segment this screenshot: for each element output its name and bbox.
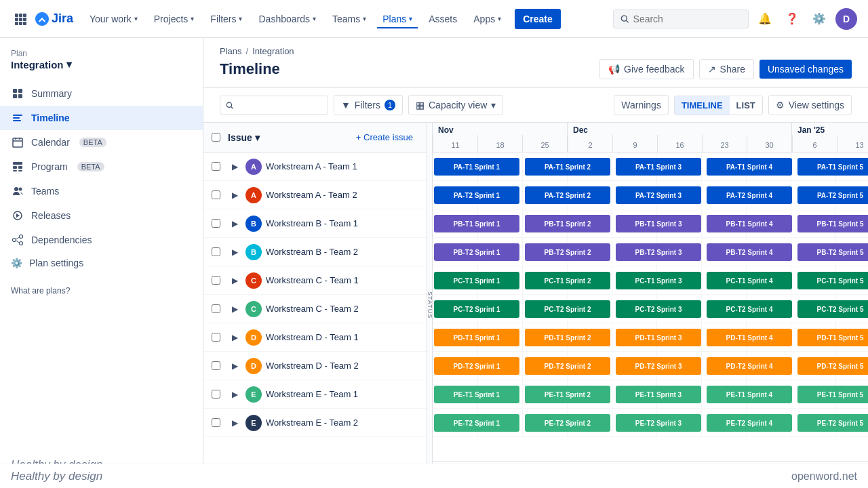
sprint-bar[interactable]: PA-T1 Sprint 1 xyxy=(434,158,519,176)
expand-icon[interactable]: ▶ xyxy=(228,247,241,257)
select-all-check[interactable] xyxy=(212,133,220,142)
topnav-apps[interactable]: Apps ▾ xyxy=(468,9,507,28)
row-checkbox[interactable] xyxy=(212,190,228,199)
issue-column-header[interactable]: Issue ▾ xyxy=(228,132,260,143)
sprint-bar[interactable]: PD-T1 Sprint 1 xyxy=(434,329,519,346)
sprint-bar[interactable]: PB-T2 Sprint 2 xyxy=(525,243,610,261)
jira-logo[interactable]: Jira xyxy=(35,12,73,26)
filters-button[interactable]: ▼ Filters 1 xyxy=(334,95,403,115)
sprint-bar[interactable]: PD-T1 Sprint 3 xyxy=(616,329,701,346)
notifications-button[interactable]: 🔔 xyxy=(754,8,776,30)
sidebar-item-calendar[interactable]: Calendar BETA xyxy=(0,130,203,155)
sprint-bar[interactable]: PC-T1 Sprint 3 xyxy=(616,272,701,289)
sprint-bar[interactable]: PD-T2 Sprint 3 xyxy=(616,357,701,375)
expand-icon[interactable]: ▶ xyxy=(228,304,241,314)
expand-icon[interactable]: ▶ xyxy=(228,390,241,399)
row-checkbox[interactable] xyxy=(212,333,228,342)
sprint-bar[interactable]: PA-T1 Sprint 3 xyxy=(616,158,701,176)
issue-row[interactable]: ▶ C Workstream C - Team 1 xyxy=(203,266,427,295)
row-checkbox[interactable] xyxy=(212,276,228,285)
timeline-view-button[interactable]: TIMELINE xyxy=(675,96,730,115)
sprint-bar[interactable]: PC-T1 Sprint 2 xyxy=(525,272,610,289)
sprint-bar[interactable]: PB-T1 Sprint 2 xyxy=(525,215,610,232)
issue-row[interactable]: ▶ A Workstream A - Team 1 xyxy=(203,152,427,181)
sprint-bar[interactable]: PB-T1 Sprint 5 xyxy=(797,215,868,232)
sprint-bar[interactable]: PD-T2 Sprint 1 xyxy=(434,357,519,375)
sprint-bar[interactable]: PD-T2 Sprint 5 xyxy=(797,357,868,375)
sprint-bar[interactable]: PB-T2 Sprint 1 xyxy=(434,243,519,261)
issue-row[interactable]: ▶ D Workstream D - Team 1 xyxy=(203,323,427,352)
sprint-bar[interactable]: PA-T2 Sprint 1 xyxy=(434,186,519,204)
sprint-bar[interactable]: PC-T1 Sprint 4 xyxy=(707,272,792,289)
sprint-bar[interactable]: PE-T1 Sprint 3 xyxy=(616,386,701,403)
expand-icon[interactable]: ▶ xyxy=(228,418,241,428)
expand-icon[interactable]: ▶ xyxy=(228,276,241,285)
sprint-bar[interactable]: PE-T1 Sprint 4 xyxy=(707,386,792,403)
sprint-bar[interactable]: PA-T1 Sprint 2 xyxy=(525,158,610,176)
create-button[interactable]: Create xyxy=(515,9,561,29)
sidebar-item-summary[interactable]: Summary xyxy=(0,81,203,106)
view-settings-button[interactable]: ⚙ View settings xyxy=(768,95,852,115)
sprint-bar[interactable]: PD-T1 Sprint 5 xyxy=(797,329,868,346)
expand-icon[interactable]: ▶ xyxy=(228,333,241,342)
sprint-bar[interactable]: PB-T1 Sprint 1 xyxy=(434,215,519,232)
expand-icon[interactable]: ▶ xyxy=(228,190,241,200)
sprint-bar[interactable]: PE-T2 Sprint 1 xyxy=(434,414,519,432)
sprint-bar[interactable]: PE-T1 Sprint 2 xyxy=(525,386,610,403)
sidebar-item-program[interactable]: Program BETA xyxy=(0,155,203,179)
sprint-bar[interactable]: PC-T2 Sprint 3 xyxy=(616,300,701,318)
sprint-bar[interactable]: PE-T2 Sprint 4 xyxy=(707,414,792,432)
row-checkbox[interactable] xyxy=(212,219,228,228)
expand-icon[interactable]: ▶ xyxy=(228,162,241,171)
row-checkbox[interactable] xyxy=(212,418,228,427)
topnav-teams[interactable]: Teams ▾ xyxy=(327,9,372,28)
sprint-bar[interactable]: PC-T1 Sprint 1 xyxy=(434,272,519,289)
issue-row[interactable]: ▶ A Workstream A - Team 2 xyxy=(203,181,427,209)
topnav-projects[interactable]: Projects ▾ xyxy=(149,9,200,28)
breadcrumb-plans-link[interactable]: Plans xyxy=(220,46,242,56)
row-checkbox[interactable] xyxy=(212,162,228,171)
row-checkbox[interactable] xyxy=(212,390,228,399)
global-search[interactable] xyxy=(613,9,749,28)
topnav-filters[interactable]: Filters ▾ xyxy=(205,9,248,28)
issue-row[interactable]: ▶ D Workstream D - Team 2 xyxy=(203,352,427,380)
sprint-bar[interactable]: PE-T1 Sprint 5 xyxy=(797,386,868,403)
sprint-bar[interactable]: PD-T1 Sprint 2 xyxy=(525,329,610,346)
sprint-bar[interactable]: PA-T2 Sprint 2 xyxy=(525,186,610,204)
topnav-your-work[interactable]: Your work ▾ xyxy=(84,9,143,28)
sprint-bar[interactable]: PB-T1 Sprint 4 xyxy=(707,215,792,232)
help-button[interactable]: ❓ xyxy=(781,8,803,30)
sprint-bar[interactable]: PC-T2 Sprint 2 xyxy=(525,300,610,318)
sprint-bar[interactable]: PB-T2 Sprint 3 xyxy=(616,243,701,261)
sprint-bar[interactable]: PB-T1 Sprint 3 xyxy=(616,215,701,232)
sprint-bar[interactable]: PA-T1 Sprint 5 xyxy=(797,158,868,176)
share-button[interactable]: ↗ Share xyxy=(699,59,754,79)
apps-grid-icon[interactable] xyxy=(11,9,30,28)
sidebar-item-timeline[interactable]: Timeline xyxy=(0,106,203,130)
row-checkbox[interactable] xyxy=(212,361,228,370)
topnav-assets[interactable]: Assets xyxy=(423,9,462,28)
sidebar-item-teams[interactable]: Teams xyxy=(0,179,203,203)
sprint-bar[interactable]: PA-T2 Sprint 3 xyxy=(616,186,701,204)
sprint-bar[interactable]: PE-T1 Sprint 1 xyxy=(434,386,519,403)
user-avatar[interactable]: D xyxy=(835,8,857,30)
sprint-bar[interactable]: PE-T2 Sprint 5 xyxy=(797,414,868,432)
sprint-bar[interactable]: PE-T2 Sprint 2 xyxy=(525,414,610,432)
sprint-bar[interactable]: PB-T2 Sprint 4 xyxy=(707,243,792,261)
list-view-button[interactable]: LIST xyxy=(730,96,762,115)
issue-row[interactable]: ▶ E Workstream E - Team 1 xyxy=(203,380,427,409)
sprint-bar[interactable]: PD-T2 Sprint 4 xyxy=(707,357,792,375)
expand-icon[interactable]: ▶ xyxy=(228,219,241,228)
sprint-bar[interactable]: PA-T2 Sprint 5 xyxy=(797,186,868,204)
sprint-bar[interactable]: PC-T1 Sprint 5 xyxy=(797,272,868,289)
issue-row[interactable]: ▶ E Workstream E - Team 2 xyxy=(203,409,427,437)
sprint-bar[interactable]: PA-T2 Sprint 4 xyxy=(707,186,792,204)
sprint-bar[interactable]: PC-T2 Sprint 4 xyxy=(707,300,792,318)
sprint-bar[interactable]: PE-T2 Sprint 3 xyxy=(616,414,701,432)
row-checkbox[interactable] xyxy=(212,304,228,313)
sprint-bar[interactable]: PC-T2 Sprint 1 xyxy=(434,300,519,318)
sidebar-plan-name[interactable]: Integration ▾ xyxy=(11,58,192,70)
create-issue-button[interactable]: + Create issue xyxy=(351,129,418,145)
sidebar-item-plan-settings[interactable]: ⚙️ Plan settings xyxy=(0,252,203,274)
expand-icon[interactable]: ▶ xyxy=(228,361,241,371)
